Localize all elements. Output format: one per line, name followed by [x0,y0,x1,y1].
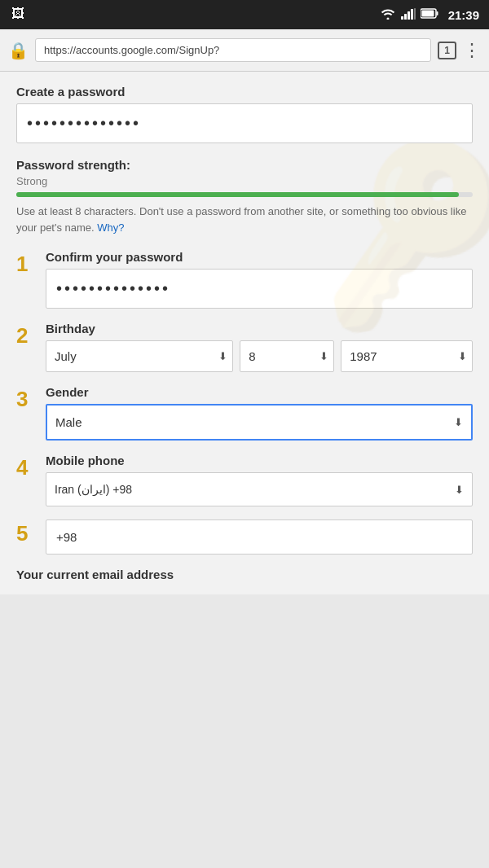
lock-icon: 🔒 [8,41,29,60]
create-password-section: Create a password [16,85,473,143]
birthday-row: JanuaryFebruaryMarch AprilMayJune JulyAu… [46,340,473,372]
hint-content: Use at least 8 characters. Don't use a p… [16,205,466,234]
birthday-content: Birthday JanuaryFebruaryMarch AprilMayJu… [46,322,473,372]
mobile-phone-label: Mobile phone [46,454,473,467]
create-password-label: Create a password [16,85,473,99]
phone-country-select-wrapper: Iran (ایران) +98 United States +1 United… [46,472,473,506]
svg-rect-3 [411,9,413,20]
url-bar[interactable]: https://accounts.google.com/SignUp? [35,38,431,62]
confirm-password-input[interactable] [46,269,473,309]
password-strength-text: Strong [16,175,473,187]
year-select[interactable]: 198019811982 198319841985 198619871988 1… [341,341,402,371]
status-time: 21:39 [448,8,479,22]
birthday-label: Birthday [46,322,473,335]
strength-bar [16,192,459,197]
svg-rect-2 [408,11,410,20]
tab-badge[interactable]: 1 [438,42,456,59]
svg-rect-0 [401,16,403,20]
year-select-wrapper: 198019811982 198319841985 198619871988 1… [341,340,473,372]
step-2-number: 2 [16,325,42,346]
create-password-input[interactable] [16,103,473,143]
step-5-number: 5 [16,523,42,544]
browser-bar: 🔒 https://accounts.google.com/SignUp? 1 … [0,29,489,72]
wifi-icon [380,8,396,22]
month-arrow-icon: ⬇ [218,350,227,362]
why-link[interactable]: Why? [97,221,124,234]
password-hint-text: Use at least 8 characters. Don't use a p… [16,204,473,235]
day-select[interactable]: 1234 567 8910 11121314 15161718 19202122… [240,341,287,371]
mobile-phone-container: 4 Mobile phone Iran (ایران) +98 United S… [16,454,473,506]
year-arrow-icon: ⬇ [458,350,467,362]
birthday-container: 2 Birthday JanuaryFebruaryMarch AprilMay… [16,322,473,372]
phone-number-content [46,519,473,555]
step-1-number: 1 [16,253,42,274]
menu-button[interactable]: ⋮ [463,40,481,61]
svg-rect-6 [436,11,438,15]
password-strength-label: Password strength: [16,158,473,172]
mobile-phone-content: Mobile phone Iran (ایران) +98 United Sta… [46,454,473,506]
month-select[interactable]: JanuaryFebruaryMarch AprilMayJune JulyAu… [46,341,139,371]
day-arrow-icon: ⬇ [319,350,328,362]
svg-rect-1 [404,14,407,20]
confirm-password-content: Confirm your password [46,250,473,309]
step-4-number: 4 [16,457,42,478]
signal-icon [401,8,416,22]
current-email-label: Your current email address [16,568,473,581]
form-content: 🔑 Create a password Password strength: S… [0,72,489,594]
phone-number-input[interactable] [46,519,473,555]
day-select-wrapper: 1234 567 8910 11121314 15161718 19202122… [240,340,334,372]
battery-icon [421,8,438,21]
status-bar: 🖼 [0,0,489,29]
photo-icon: 🖼 [11,7,24,21]
password-strength-section: Password strength: Strong Use at least 8… [16,158,473,235]
confirm-password-container: 1 Confirm your password [16,250,473,309]
gender-select[interactable]: Male Female Other [47,406,471,439]
confirm-password-label: Confirm your password [46,250,473,264]
svg-rect-7 [421,11,434,17]
svg-rect-4 [414,8,416,20]
gender-content: Gender Male Female Other ⬇ [46,385,473,441]
gender-select-wrapper: Male Female Other ⬇ [46,404,473,441]
strength-bar-container [16,192,473,197]
step-3-number: 3 [16,388,42,410]
phone-country-select[interactable]: Iran (ایران) +98 United States +1 United… [46,473,472,506]
phone-number-container: 5 [16,519,473,555]
gender-label: Gender [46,385,473,399]
gender-container: 3 Gender Male Female Other ⬇ [16,385,473,441]
month-select-wrapper: JanuaryFebruaryMarch AprilMayJune JulyAu… [46,340,233,372]
